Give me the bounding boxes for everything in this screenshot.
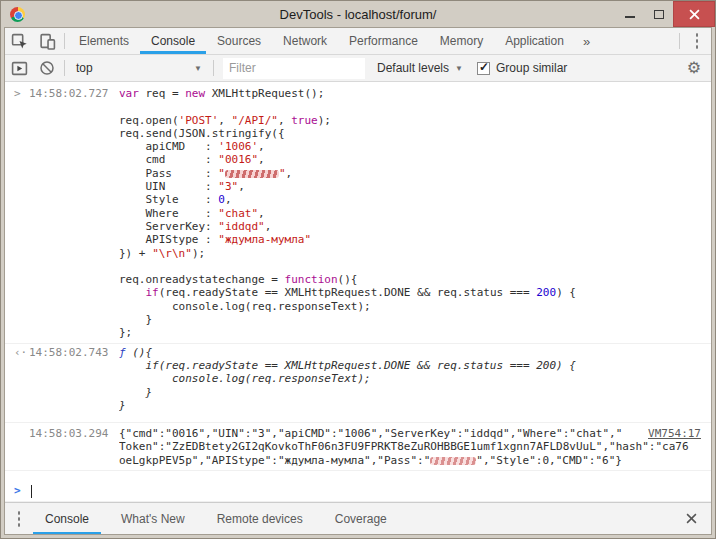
close-button[interactable] (673, 1, 715, 27)
log-levels-selector[interactable]: Default levels ▼ (371, 61, 469, 75)
tab-console[interactable]: Console (140, 28, 206, 54)
console-message: 14:58:03.294{"cmd":"0016","UIN":"3","api… (5, 423, 711, 471)
devtools-window: DevTools - localhost/forum/ (0, 0, 716, 539)
clear-console-button[interactable] (33, 55, 61, 81)
tab-elements[interactable]: Elements (68, 28, 140, 54)
filter-input[interactable] (223, 58, 365, 79)
chevron-down-icon: ▼ (455, 64, 463, 73)
inspect-cursor-icon (11, 33, 28, 50)
group-similar-label: Group similar (496, 61, 567, 75)
window-title: DevTools - localhost/forum/ (1, 7, 715, 22)
show-console-sidebar-button[interactable] (5, 55, 33, 81)
drawer-tab-console[interactable]: Console (33, 503, 101, 534)
console-message: >14:58:02.727var req = new XMLHttpReques… (5, 85, 711, 344)
close-drawer-button[interactable] (683, 511, 699, 527)
minimize-button[interactable] (615, 1, 644, 27)
sidebar-toggle-icon (11, 60, 28, 77)
timestamp: 14:58:02.727 (29, 87, 109, 340)
input-echo-marker-icon: > (5, 87, 29, 340)
separator (213, 60, 214, 76)
tab-performance[interactable]: Performance (338, 28, 429, 54)
device-toolbar-icon (39, 33, 56, 50)
redacted-password (225, 170, 279, 178)
devtools-frame: ElementsConsoleSourcesNetworkPerformance… (4, 27, 712, 535)
console-prompt-icon: > (5, 484, 29, 497)
title-bar[interactable]: DevTools - localhost/forum/ (1, 1, 715, 27)
tab-sources[interactable]: Sources (206, 28, 272, 54)
execution-context-selector[interactable]: top ▼ (68, 61, 210, 75)
console-input-row[interactable]: > (5, 481, 711, 502)
inspect-element-button[interactable] (5, 28, 33, 54)
drawer-tab-remote-devices[interactable]: Remote devices (205, 503, 315, 534)
drawer-tabs: ConsoleWhat's NewRemote devicesCoverage (33, 503, 407, 534)
chevron-down-icon: ▼ (194, 64, 202, 73)
chrome-logo-icon (10, 7, 25, 22)
minimize-icon (625, 16, 635, 18)
main-menu-button[interactable] (683, 28, 711, 54)
timestamp: 14:58:02.743 (29, 346, 109, 412)
kebab-menu-icon (18, 517, 20, 521)
drawer-menu-button[interactable] (5, 506, 33, 532)
main-tab-bar: ElementsConsoleSourcesNetworkPerformance… (5, 28, 711, 55)
panel-tabs: ElementsConsoleSourcesNetworkPerformance… (68, 28, 575, 54)
console-message: ‹·14:58:02.743ƒ (){ if(req.readyState ==… (5, 344, 711, 423)
console-toolbar: top ▼ Default levels ▼ Group similar ⚙ (5, 55, 711, 82)
tab-network[interactable]: Network (272, 28, 338, 54)
drawer-tab-what-s-new[interactable]: What's New (109, 503, 197, 534)
text-cursor (31, 485, 32, 498)
message-text: var req = new XMLHttpRequest(); req.open… (119, 87, 711, 340)
console-messages: >14:58:02.727var req = new XMLHttpReques… (5, 82, 711, 481)
drawer-tab-coverage[interactable]: Coverage (323, 503, 399, 534)
message-text: ƒ (){ if(req.readyState == XMLHttpReques… (119, 346, 711, 412)
checkbox-checked-icon (477, 62, 490, 75)
device-toolbar-button[interactable] (33, 28, 61, 54)
maximize-icon (654, 10, 664, 19)
timestamp: 14:58:03.294 (29, 427, 109, 467)
tab-application[interactable]: Application (494, 28, 575, 54)
separator (679, 33, 680, 49)
more-tabs-button[interactable]: » (575, 34, 598, 49)
source-link[interactable]: VM754:17 (648, 427, 701, 440)
gutter (5, 427, 29, 467)
levels-label: Default levels (377, 61, 449, 75)
clear-console-icon (39, 60, 55, 76)
group-similar-checkbox[interactable]: Group similar (477, 61, 567, 75)
settings-gear-icon[interactable]: ⚙ (687, 60, 701, 76)
context-label: top (76, 61, 93, 75)
close-icon (686, 513, 697, 524)
console-panel: >14:58:02.727var req = new XMLHttpReques… (5, 82, 711, 502)
separator (64, 60, 65, 76)
separator (64, 33, 65, 49)
drawer-bar: ConsoleWhat's NewRemote devicesCoverage (5, 502, 711, 534)
tab-memory[interactable]: Memory (429, 28, 494, 54)
maximize-button[interactable] (644, 1, 673, 27)
redacted-password (430, 457, 476, 465)
close-icon (689, 9, 700, 20)
message-text: {"cmd":"0016","UIN":"3","apiCMD":"1006",… (119, 427, 711, 467)
kebab-menu-icon (696, 39, 698, 43)
result-marker-icon: ‹· (5, 346, 29, 412)
